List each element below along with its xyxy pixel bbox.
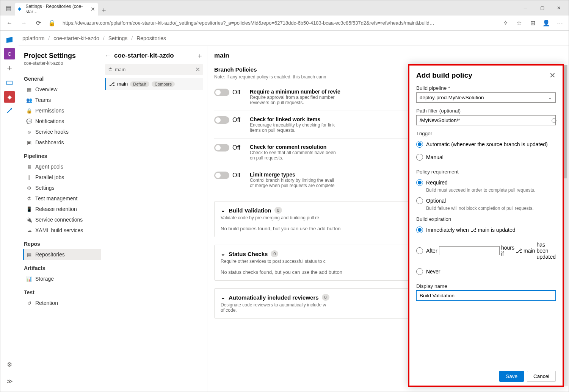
more-menu-icon[interactable]: ⋯: [554, 17, 566, 29]
section-artifacts: Artifacts: [24, 260, 101, 273]
nav-agent-pools[interactable]: 🖥Agent pools: [23, 161, 101, 172]
nav-refresh-button[interactable]: ⟳: [32, 17, 44, 29]
settings-sidebar: Project Settings coe-starter-kit-azdo Ge…: [19, 46, 101, 392]
add-menu-icon[interactable]: ＋: [3, 61, 16, 75]
breadcrumb-project[interactable]: coe-starter-kit-azdo: [53, 35, 99, 41]
branch-row-main[interactable]: ⎇ main Default Compare: [105, 78, 203, 90]
nav-test-management[interactable]: ⚗Test management: [23, 193, 101, 204]
url-text[interactable]: https://dev.azure.com/pplatform/coe-star…: [60, 19, 497, 27]
displayname-input[interactable]: [416, 290, 556, 301]
nav-teams[interactable]: 👥Teams: [23, 95, 101, 105]
branch-filter-input[interactable]: ⚗ main ✕: [105, 64, 203, 75]
nav-repositories[interactable]: ▤Repositories: [23, 249, 101, 260]
toggle-min-reviewers[interactable]: [214, 89, 229, 96]
trigger-manual-radio[interactable]: Manual: [416, 154, 556, 161]
trigger-automatic-radio[interactable]: Automatic (whenever the source branch is…: [416, 141, 556, 148]
project-avatar[interactable]: C: [4, 48, 15, 59]
nav-storage[interactable]: 📊Storage: [23, 273, 101, 284]
plug-icon: 🔌: [26, 217, 32, 223]
clear-filter-icon[interactable]: ✕: [195, 66, 200, 73]
nav-release-retention[interactable]: 📱Release retention: [23, 204, 101, 214]
window-maximize-button[interactable]: ▢: [534, 2, 550, 14]
pathfilter-input[interactable]: [416, 115, 556, 125]
window-close-button[interactable]: ✕: [550, 2, 567, 14]
nav-retention[interactable]: ↺Retention: [23, 298, 101, 308]
count-badge: 0: [274, 207, 282, 214]
add-build-policy-panel: Add build policy ✕ Build pipeline * ⌄ Pa…: [408, 64, 564, 387]
nav-parallel-jobs[interactable]: ∥Parallel jobs: [23, 172, 101, 183]
left-nav-rail: C ＋ ◆ ⚙ ≫: [0, 31, 19, 392]
nav-back-button[interactable]: ←: [3, 17, 16, 29]
chevron-down-icon[interactable]: ⌄: [221, 294, 226, 301]
expand-nav-icon[interactable]: ≫: [3, 374, 16, 388]
project-settings-icon[interactable]: ⚙: [3, 358, 16, 371]
add-branch-icon[interactable]: ＋: [196, 51, 203, 60]
nav-service-connections[interactable]: 🔌Service connections: [23, 214, 101, 225]
repo-list-column: ← coe-starter-kit-azdo ＋ ⚗ main ✕ ⎇ main…: [101, 46, 207, 392]
nav-notifications[interactable]: 💬Notifications: [23, 116, 101, 127]
section-pipelines: Pipelines: [24, 148, 101, 161]
radio-icon: [416, 197, 423, 204]
reader-mode-icon[interactable]: ✧: [500, 17, 511, 29]
favorite-icon[interactable]: ☆: [513, 17, 525, 29]
repos-icon[interactable]: ◆: [4, 91, 15, 103]
expiration-never-radio[interactable]: Never: [416, 268, 556, 275]
compare-badge: Compare: [152, 81, 175, 87]
chart-icon: 📊: [26, 276, 32, 282]
collections-icon[interactable]: ⊞: [527, 17, 538, 29]
retention2-icon: ↺: [26, 300, 32, 306]
new-tab-button[interactable]: ＋: [98, 4, 110, 16]
lock-icon: 🔒: [26, 108, 32, 114]
close-icon[interactable]: ✕: [549, 71, 556, 80]
back-arrow-icon[interactable]: ←: [105, 52, 111, 59]
branch-icon: ⎇: [470, 227, 478, 233]
svg-marker-0: [6, 37, 13, 43]
hook-icon: ⎋: [26, 129, 32, 135]
radio-icon: [416, 179, 423, 186]
chevron-down-icon[interactable]: ⌄: [221, 207, 226, 214]
toggle-comment-resolution[interactable]: [214, 144, 229, 151]
cancel-button[interactable]: Cancel: [527, 371, 556, 382]
profile-avatar[interactable]: 👤: [541, 17, 552, 29]
policy-requirement-label: Policy requirement: [416, 169, 556, 175]
pipeline-select[interactable]: [416, 92, 556, 103]
nav-xaml-build[interactable]: ☁XAML build services: [23, 225, 101, 236]
pipelines-icon[interactable]: [3, 104, 16, 118]
nav-forward-button: →: [18, 17, 30, 29]
breadcrumb: pplatform / coe-starter-kit-azdo / Setti…: [19, 31, 569, 46]
expiration-after-radio[interactable]: After hours if ⎇ main has been updated: [416, 242, 556, 260]
info-icon[interactable]: ⓘ: [552, 117, 556, 124]
expiration-label: Build expiration: [416, 216, 556, 222]
chevron-down-icon[interactable]: ⌄: [221, 250, 226, 257]
site-lock-icon[interactable]: 🔒: [47, 19, 57, 27]
count-badge: 0: [322, 294, 329, 301]
repo-title: coe-starter-kit-azdo: [114, 52, 193, 59]
toggle-limit-merge[interactable]: [214, 172, 229, 179]
browser-address-bar: ← → ⟳ 🔒 https://dev.azure.com/pplatform/…: [0, 16, 569, 31]
expiration-immediately-radio[interactable]: Immediately when ⎇ main is updated: [416, 226, 556, 233]
section-general: General: [24, 70, 101, 84]
save-button[interactable]: Save: [499, 371, 524, 382]
policy-optional-radio[interactable]: Optional: [416, 197, 556, 204]
toggle-linked-work-items[interactable]: [214, 116, 229, 124]
tab-close-icon[interactable]: ✕: [91, 6, 95, 12]
policy-required-radio[interactable]: Required: [416, 179, 556, 186]
expiration-hours-input[interactable]: [439, 246, 500, 255]
tab-title: Settings · Repositories (coe-star…: [25, 4, 88, 14]
azure-devops-logo-icon[interactable]: [3, 33, 16, 47]
breadcrumb-page[interactable]: Repositories: [136, 35, 166, 41]
radio-icon: [416, 268, 423, 275]
browser-tab-active[interactable]: ◆ Settings · Repositories (coe-star… ✕: [15, 3, 98, 16]
nav-settings[interactable]: ⚙Settings: [23, 183, 101, 193]
breadcrumb-org[interactable]: pplatform: [22, 35, 44, 41]
window-minimize-button[interactable]: ─: [517, 2, 534, 14]
tab-actions-icon[interactable]: ▤: [2, 2, 15, 14]
boards-icon[interactable]: [3, 76, 16, 90]
teams-icon: 👥: [26, 97, 32, 103]
nav-overview[interactable]: ▦Overview: [23, 84, 101, 95]
nav-dashboards[interactable]: ▣Dashboards: [23, 137, 101, 148]
trigger-label: Trigger: [416, 131, 556, 136]
nav-permissions[interactable]: 🔒Permissions: [23, 105, 101, 116]
breadcrumb-area[interactable]: Settings: [108, 35, 128, 41]
nav-service-hooks[interactable]: ⎋Service hooks: [23, 127, 101, 137]
